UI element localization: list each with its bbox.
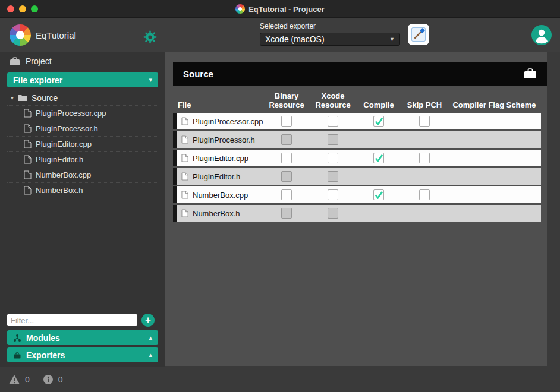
binary-resource-checkbox[interactable]	[281, 153, 292, 163]
app-icon	[235, 4, 245, 14]
modules-header[interactable]: Modules ▴	[7, 330, 158, 345]
document-icon	[24, 155, 32, 164]
disclosure-chevron-icon: ▾	[11, 94, 14, 101]
column-header-file: File	[173, 101, 263, 110]
xcode_resource-cell	[310, 150, 356, 166]
binary-resource-checkbox	[281, 134, 292, 145]
compiler-flag-scheme-cell[interactable]	[448, 150, 541, 166]
row-edge-strip	[173, 168, 177, 185]
file-name: NumberBox.h	[193, 209, 240, 218]
warning-icon	[8, 374, 20, 385]
document-icon	[24, 124, 32, 133]
table-row: PluginEditor.h	[173, 168, 541, 185]
file-name: PluginProcessor.h	[36, 124, 98, 133]
tree-item-file[interactable]: PluginProcessor.cpp	[7, 106, 158, 121]
binary_resource-cell	[263, 186, 310, 203]
binary_resource-cell	[263, 205, 310, 222]
table-row: NumberBox.cpp	[173, 186, 541, 203]
main-panel: Source File Binary Resource Xcode Resour…	[165, 52, 547, 366]
tree-item-file[interactable]: NumberBox.cpp	[7, 167, 158, 183]
tree-item-file[interactable]: PluginProcessor.h	[7, 121, 158, 137]
selected-exporter-label: Selected exporter	[260, 22, 400, 30]
document-icon	[181, 209, 188, 217]
chevron-up-icon: ▴	[149, 351, 152, 359]
column-header-xcode-resource: Xcode Resource	[310, 92, 356, 110]
status-bar: 0 0	[0, 367, 560, 392]
file-name: PluginEditor.cpp	[193, 154, 248, 163]
compiler-flag-scheme-cell	[448, 205, 541, 222]
document-icon	[181, 172, 188, 181]
row-edge-strip	[173, 150, 177, 166]
skip-pch-checkbox[interactable]	[419, 153, 430, 163]
filter-input[interactable]	[7, 314, 137, 326]
xcode-resource-checkbox[interactable]	[328, 189, 338, 200]
titlebar: EqTutorial - Projucer	[0, 0, 560, 18]
column-header-binary-resource: Binary Resource	[263, 92, 310, 110]
tree-item-file[interactable]: NumberBox.h	[7, 183, 158, 198]
tree-item-source[interactable]: ▾ Source	[7, 90, 158, 106]
compile-cell	[356, 168, 401, 185]
binary-resource-checkbox[interactable]	[281, 189, 292, 200]
skip-pch-checkbox[interactable]	[419, 189, 430, 200]
file-name: PluginEditor.cpp	[36, 140, 92, 148]
skip_pch-cell	[401, 113, 448, 129]
skip_pch-cell	[401, 150, 448, 166]
juce-logo-icon	[10, 24, 31, 46]
compile-cell	[356, 186, 401, 203]
table-row: PluginProcessor.cpp	[173, 113, 541, 129]
skip_pch-cell	[401, 186, 448, 203]
document-icon	[181, 154, 188, 162]
warnings-group[interactable]: 0	[8, 374, 30, 385]
add-button[interactable]: +	[141, 314, 155, 327]
compile-checkbox[interactable]	[373, 116, 384, 127]
tree-item-file[interactable]: PluginEditor.h	[7, 152, 158, 167]
chevron-down-icon: ▼	[389, 36, 395, 42]
binary-resource-checkbox	[281, 208, 292, 219]
file-name: NumberBox.cpp	[36, 170, 91, 179]
infos-group[interactable]: 0	[43, 374, 63, 385]
file-cell: NumberBox.cpp	[173, 186, 263, 203]
compile-cell	[356, 131, 401, 148]
settings-gear-icon[interactable]	[143, 30, 157, 44]
document-icon	[24, 140, 32, 148]
compiler-flag-scheme-cell	[448, 131, 541, 148]
skip_pch-cell	[401, 168, 448, 185]
file-cell: PluginEditor.h	[173, 168, 263, 185]
briefcase-icon	[10, 57, 20, 66]
briefcase-icon[interactable]	[524, 68, 537, 79]
binary-resource-checkbox[interactable]	[281, 116, 292, 127]
compile-cell	[356, 113, 401, 129]
document-icon	[181, 117, 188, 125]
skip_pch-cell	[401, 131, 448, 148]
file-explorer-header[interactable]: File explorer ▾	[7, 72, 158, 87]
document-icon	[24, 109, 32, 118]
table-header: File Binary Resource Xcode Resource Comp…	[173, 87, 541, 113]
file-name: PluginProcessor.h	[193, 135, 255, 144]
xcode-resource-checkbox	[328, 208, 338, 219]
xcode-resource-checkbox[interactable]	[328, 116, 338, 127]
panel-title: Source	[183, 69, 213, 79]
user-avatar[interactable]	[531, 25, 552, 45]
file-name: NumberBox.h	[36, 186, 83, 195]
table-row: NumberBox.h	[173, 205, 541, 222]
window-title-area: EqTutorial - Projucer	[0, 0, 560, 18]
compiler-flag-scheme-cell[interactable]	[448, 113, 541, 129]
row-edge-strip	[173, 186, 177, 203]
xcode-resource-checkbox[interactable]	[328, 153, 338, 163]
sidebar-item-project[interactable]: Project	[7, 53, 158, 69]
compile-cell	[356, 205, 401, 222]
exporter-select[interactable]: Xcode (macOS) ▼	[260, 33, 400, 46]
column-header-compile: Compile	[356, 101, 401, 110]
compile-checkbox[interactable]	[373, 189, 384, 200]
window-title: EqTutorial - Projucer	[248, 5, 325, 14]
xcode-icon[interactable]	[408, 24, 429, 45]
tree-item-file[interactable]: PluginEditor.cpp	[7, 137, 158, 152]
compiler-flag-scheme-cell[interactable]	[448, 186, 541, 203]
binary_resource-cell	[263, 131, 310, 148]
xcode_resource-cell	[310, 131, 356, 148]
project-label: Project	[26, 56, 52, 66]
skip-pch-checkbox[interactable]	[419, 116, 430, 127]
compile-checkbox[interactable]	[373, 153, 384, 163]
filter-row: +	[7, 314, 158, 327]
exporters-header[interactable]: Exporters ▴	[7, 347, 158, 362]
